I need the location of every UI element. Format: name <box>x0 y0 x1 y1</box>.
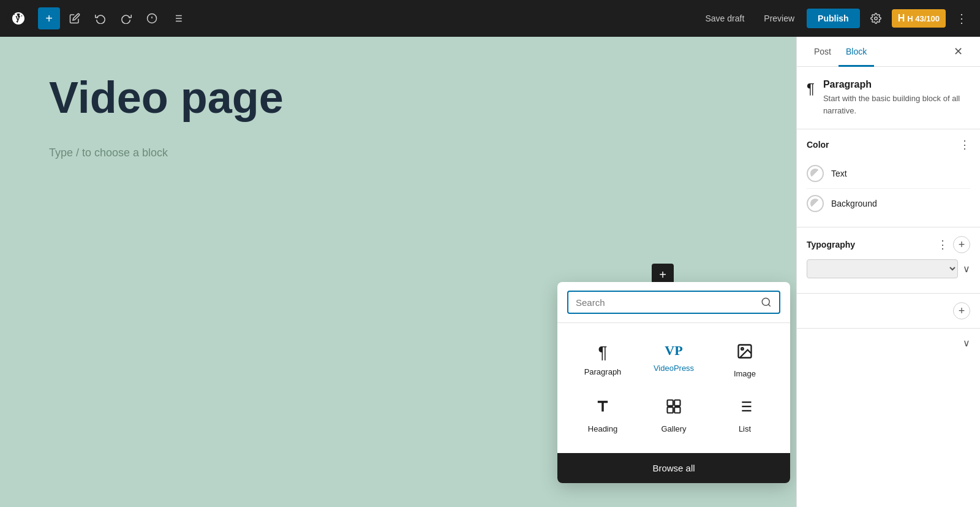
block-item-heading[interactable]: Heading <box>567 388 638 443</box>
svg-rect-14 <box>668 400 673 406</box>
tab-post[interactable]: Post <box>807 37 839 66</box>
block-placeholder: Type / to choose a block <box>49 147 747 159</box>
typography-section-title: Typography <box>807 240 855 250</box>
save-draft-button[interactable]: Save draft <box>698 10 752 27</box>
toolbar-left: + <box>7 7 189 29</box>
add-block-button[interactable]: + <box>38 7 60 29</box>
sidebar-expand-section: ∨ <box>797 329 980 357</box>
edit-icon-button[interactable] <box>64 7 86 29</box>
background-color-label: Background <box>831 199 877 208</box>
text-color-inner <box>810 169 820 178</box>
block-inserter-popup: ¶ Paragraph VP VideoPress Ima <box>557 282 790 483</box>
typography-more-button[interactable]: ⋮ <box>935 236 951 253</box>
hemingway-button[interactable]: H H 43/100 <box>892 9 946 28</box>
svg-rect-15 <box>674 400 680 406</box>
sidebar-color-section: Color ⋮ Text Background <box>797 129 980 227</box>
image-label: Image <box>734 369 756 378</box>
list-icon <box>736 398 753 419</box>
videopress-label: VideoPress <box>654 364 694 373</box>
page-title: Video page <box>49 74 747 122</box>
main-layout: Video page Type / to choose a block + ¶ … <box>0 37 980 507</box>
color-section-title: Color <box>807 140 829 150</box>
text-color-label: Text <box>831 169 847 178</box>
image-icon <box>736 343 753 364</box>
sidebar-add-section: + <box>797 294 980 329</box>
heading-icon <box>594 398 611 419</box>
gallery-icon <box>665 398 682 419</box>
sidebar-chevron-button[interactable]: ∨ <box>963 337 970 349</box>
block-item-videopress[interactable]: VP VideoPress <box>638 333 709 388</box>
sidebar-typography-section: Typography ⋮ + ∨ <box>797 227 980 294</box>
sidebar-paragraph-icon: ¶ <box>807 80 815 97</box>
svg-rect-17 <box>674 407 680 413</box>
sidebar-block-title: Paragraph <box>823 79 970 90</box>
preview-button[interactable]: Preview <box>756 10 802 27</box>
color-section-header: Color ⋮ <box>807 138 970 151</box>
search-icon <box>761 297 772 308</box>
search-input-wrapper <box>567 291 780 314</box>
typography-row: ∨ <box>807 253 970 284</box>
tab-block[interactable]: Block <box>839 37 874 66</box>
text-color-swatch[interactable] <box>807 165 824 182</box>
heading-label: Heading <box>588 424 617 433</box>
svg-rect-16 <box>668 407 673 413</box>
text-color-option: Text <box>807 159 970 189</box>
gallery-label: Gallery <box>661 424 686 433</box>
typography-size-select[interactable] <box>807 259 958 278</box>
right-sidebar: Post Block ✕ ¶ Paragraph Start with the … <box>796 37 980 507</box>
sidebar-block-desc: Start with the basic building block of a… <box>823 93 970 116</box>
sidebar-close-button[interactable]: ✕ <box>946 37 970 66</box>
block-item-image[interactable]: Image <box>709 333 780 388</box>
toolbar-right: Save draft Preview Publish H H 43/100 ⋮ <box>698 7 973 29</box>
svg-point-9 <box>874 17 877 20</box>
typography-expand-button[interactable]: ∨ <box>963 263 970 275</box>
browse-all-button[interactable]: Browse all <box>557 453 790 483</box>
svg-line-11 <box>768 304 770 306</box>
sidebar-block-info: ¶ Paragraph Start with the basic buildin… <box>797 67 980 129</box>
typography-section-header: Typography ⋮ + <box>807 236 970 253</box>
redo-button[interactable] <box>115 7 137 29</box>
more-options-button[interactable]: ⋮ <box>951 9 973 28</box>
info-button[interactable] <box>141 7 163 29</box>
settings-button[interactable] <box>865 7 887 29</box>
publish-button[interactable]: Publish <box>807 9 860 28</box>
typography-add-button[interactable]: + <box>953 236 970 253</box>
color-section-more-button[interactable]: ⋮ <box>959 138 970 151</box>
block-search-input[interactable] <box>576 297 756 308</box>
svg-point-13 <box>741 348 744 350</box>
videopress-icon: VP <box>665 343 682 359</box>
background-color-option: Background <box>807 189 970 218</box>
toolbar: + <box>0 0 980 37</box>
svg-point-10 <box>762 298 769 305</box>
sidebar-block-text: Paragraph Start with the basic building … <box>823 79 970 116</box>
inserter-search-area <box>557 282 790 323</box>
list-view-button[interactable] <box>167 7 189 29</box>
sidebar-add-button[interactable]: + <box>953 302 970 319</box>
background-color-swatch[interactable] <box>807 195 824 212</box>
wp-logo <box>7 7 29 29</box>
sidebar-tabs: Post Block ✕ <box>797 37 980 67</box>
undo-button[interactable] <box>89 7 111 29</box>
typography-section-icons: ⋮ + <box>935 236 970 253</box>
block-item-paragraph[interactable]: ¶ Paragraph <box>567 333 638 388</box>
paragraph-icon: ¶ <box>598 343 607 362</box>
list-label: List <box>739 424 751 433</box>
paragraph-label: Paragraph <box>584 367 622 376</box>
background-color-inner <box>810 199 820 208</box>
block-inserter-grid: ¶ Paragraph VP VideoPress Ima <box>557 323 790 453</box>
editor-area[interactable]: Video page Type / to choose a block + ¶ … <box>0 37 796 507</box>
block-item-gallery[interactable]: Gallery <box>638 388 709 443</box>
block-item-list[interactable]: List <box>709 388 780 443</box>
